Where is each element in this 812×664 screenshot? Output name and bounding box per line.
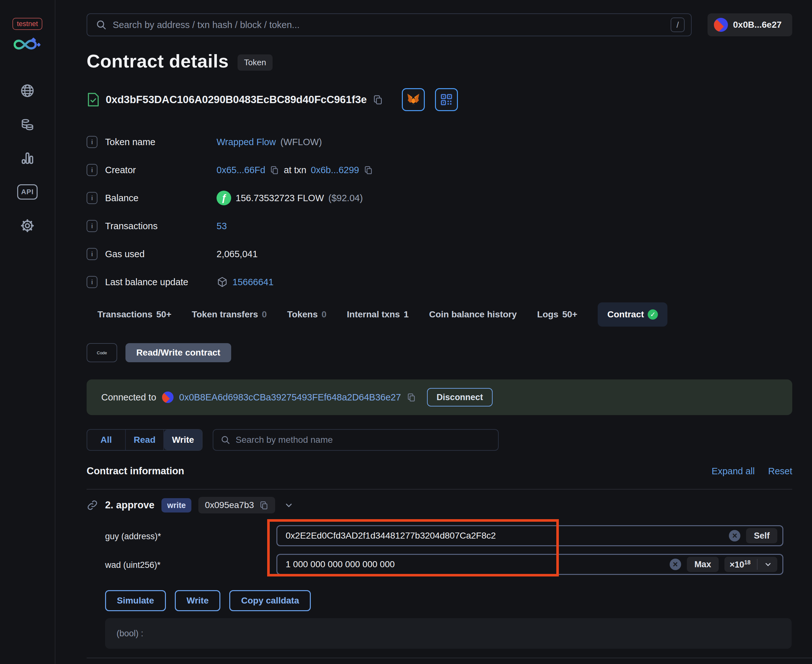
copy-selector-icon[interactable] — [259, 500, 269, 510]
multiplier-divider — [757, 559, 758, 570]
chevron-down-icon[interactable] — [284, 500, 293, 510]
verified-contract-icon — [86, 92, 100, 107]
gas-used-value: 2,065,041 — [217, 249, 258, 259]
contract-subtabs: Code Read/Write contract — [86, 343, 231, 362]
connected-address-link[interactable]: 0x0B8EA6d6983cCBa39275493FEf648a2D64B36e… — [179, 392, 401, 403]
copy-txn-icon[interactable] — [364, 165, 373, 175]
chevron-down-icon — [764, 560, 772, 568]
info-label: Creator — [105, 165, 217, 176]
method-search-input[interactable] — [236, 435, 491, 445]
copy-address-icon[interactable] — [373, 94, 383, 105]
creator-connector: at txn — [284, 165, 307, 176]
copy-connected-address-icon[interactable] — [407, 392, 416, 402]
info-icon[interactable]: i — [86, 248, 98, 260]
contract-address-row: 0xd3bF53DAC106A0290B0483EcBC89d40FcC961f… — [86, 88, 458, 111]
qr-code-icon — [440, 93, 453, 106]
section-title: Contract information — [86, 465, 184, 477]
section-divider — [86, 489, 792, 490]
multiplier-dropdown[interactable]: ×1018 — [724, 557, 777, 572]
account-address: 0x0B...6e27 — [733, 20, 782, 30]
info-icon[interactable]: i — [86, 276, 98, 288]
qr-code-button[interactable] — [435, 88, 458, 111]
app-logo-icon[interactable] — [14, 37, 41, 54]
account-button[interactable]: 0x0B...6e27 — [708, 13, 792, 36]
simulate-button[interactable]: Simulate — [105, 590, 166, 611]
sidebar: testnet — [0, 0, 55, 664]
tab-internal-txns[interactable]: Internal txns1 — [347, 309, 409, 320]
sidebar-item-charts[interactable] — [18, 149, 37, 168]
bottom-divider — [86, 657, 812, 658]
method-type-filter: All Read Write — [86, 429, 202, 451]
sidebar-item-blockchain[interactable] — [18, 81, 37, 100]
transactions-count-link[interactable]: 53 — [217, 221, 227, 231]
max-button[interactable]: Max — [687, 557, 719, 572]
copy-calldata-button[interactable]: Copy calldata — [229, 590, 311, 611]
page-title: Contract details — [86, 50, 228, 72]
method-search — [213, 429, 499, 451]
filter-read[interactable]: Read — [126, 430, 164, 450]
info-label: Last balance update — [105, 277, 217, 287]
filter-all[interactable]: All — [87, 430, 126, 450]
tab-logs[interactable]: Logs50+ — [537, 309, 577, 320]
info-icon[interactable]: i — [86, 164, 98, 176]
method-output: (bool) : — [105, 618, 792, 649]
info-label: Transactions — [105, 221, 217, 231]
info-icon[interactable]: i — [86, 136, 98, 148]
subtab-read-write-contract[interactable]: Read/Write contract — [126, 343, 231, 362]
clear-guy-icon[interactable]: × — [729, 530, 740, 542]
network-badge: testnet — [12, 18, 42, 30]
token-symbol: (WFLOW) — [280, 137, 321, 147]
tab-token-transfers[interactable]: Token transfers0 — [192, 309, 267, 320]
info-row-last-balance-update: i Last balance update 15666641 — [86, 268, 691, 296]
subtab-code[interactable]: Code — [86, 343, 117, 362]
multiplier-base: ×10 — [729, 560, 744, 570]
self-button[interactable]: Self — [746, 528, 777, 544]
clear-wad-icon[interactable]: × — [670, 559, 681, 570]
creator-address-link[interactable]: 0x65...66Fd — [217, 165, 265, 176]
method-approve-row[interactable]: 2. approve write 0x095ea7b3 — [86, 495, 293, 516]
slash-shortcut-key: / — [671, 18, 685, 32]
balance-usd: ($92.04) — [328, 193, 363, 203]
method-actions: Simulate Write Copy calldata — [105, 590, 311, 611]
token-type-badge: Token — [238, 54, 272, 71]
field-label-wad: wad (uint256)* — [105, 555, 160, 576]
search-icon — [96, 19, 107, 31]
add-to-metamask-button[interactable] — [402, 88, 425, 111]
gear-icon — [20, 218, 35, 233]
tab-tokens[interactable]: Tokens0 — [287, 309, 327, 320]
last-balance-block-link[interactable]: 15666641 — [232, 277, 274, 287]
creation-txn-link[interactable]: 0x6b...6299 — [311, 165, 359, 176]
wad-amount-input[interactable] — [285, 559, 670, 570]
output-result: (bool) : — [117, 629, 143, 638]
token-name-link[interactable]: Wrapped Flow — [217, 137, 276, 147]
flow-token-icon: ƒ — [217, 190, 231, 205]
balance-amount: 156.73532723 FLOW — [236, 193, 324, 203]
search-input[interactable] — [113, 20, 665, 30]
guy-address-input[interactable] — [285, 531, 729, 541]
info-icon[interactable]: i — [86, 192, 98, 204]
sidebar-item-tokens[interactable] — [18, 115, 37, 134]
tab-coin-balance-history[interactable]: Coin balance history — [429, 309, 517, 320]
tab-transactions[interactable]: Transactions50+ — [98, 309, 171, 320]
expand-all-link[interactable]: Expand all — [712, 466, 755, 477]
sidebar-item-api[interactable]: API — [18, 183, 37, 201]
sidebar-item-settings[interactable] — [18, 216, 37, 235]
disconnect-button[interactable]: Disconnect — [427, 388, 492, 407]
guy-address-field: × Self — [276, 525, 783, 546]
stats-icon — [20, 151, 35, 166]
tab-contract[interactable]: Contract ✓ — [598, 303, 667, 327]
info-icon[interactable]: i — [86, 220, 98, 232]
info-row-token-name: i Token name Wrapped Flow (WFLOW) — [86, 128, 691, 156]
link-icon[interactable] — [86, 500, 98, 511]
reset-link[interactable]: Reset — [768, 466, 792, 477]
connected-prefix: Connected to — [101, 392, 157, 403]
tab-bar: Transactions50+ Token transfers0 Tokens0… — [86, 303, 667, 327]
info-label: Token name — [105, 137, 217, 147]
contract-details-page: testnet — [0, 0, 812, 664]
copy-creator-icon[interactable] — [270, 165, 279, 175]
method-name: 2. approve — [105, 500, 155, 511]
method-write-badge: write — [161, 498, 191, 513]
filter-write[interactable]: Write — [164, 430, 202, 450]
selector-value: 0x095ea7b3 — [205, 500, 254, 510]
write-button[interactable]: Write — [175, 590, 221, 611]
